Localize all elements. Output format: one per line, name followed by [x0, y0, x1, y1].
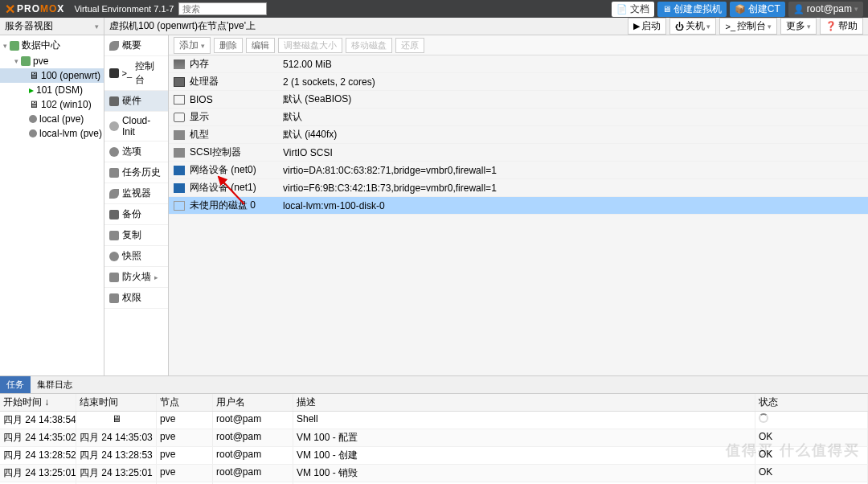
resize-disk-button[interactable]: 调整磁盘大小: [278, 38, 342, 53]
logo-x-icon: ✕: [5, 2, 15, 17]
log-row[interactable]: 四月 24 13:28:52四月 24 13:28:53pveroot@pamV…: [0, 447, 868, 465]
user-menu[interactable]: 👤 root@pam ▾: [788, 2, 863, 17]
eye-icon: [109, 189, 119, 199]
vm-stopped-icon: 🖥: [29, 70, 39, 81]
chip-icon: [109, 96, 119, 106]
hw-key: 显示: [190, 110, 283, 124]
start-button[interactable]: ▶ 启动: [628, 18, 666, 35]
hw-key: SCSI控制器: [190, 146, 283, 159]
log-row[interactable]: 四月 24 14:35:02四月 24 14:35:03pveroot@pamV…: [0, 429, 868, 447]
hw-key: 机型: [190, 128, 283, 142]
edit-button[interactable]: 编辑: [246, 38, 275, 53]
tree-node-pve[interactable]: ▾pve: [0, 54, 104, 68]
hw-icon: [174, 183, 185, 193]
col-end[interactable]: 结束时间: [76, 394, 157, 411]
add-button[interactable]: 添加 ▾: [174, 37, 211, 54]
version-text: Virtual Environment 7.1-7: [74, 4, 174, 14]
hw-value: 512.00 MiB: [283, 59, 863, 70]
side-permissions[interactable]: 权限: [104, 288, 168, 309]
move-disk-button[interactable]: 移动磁盘: [346, 38, 392, 53]
hardware-table: 内存512.00 MiB处理器2 (1 sockets, 2 cores)BIO…: [169, 55, 868, 375]
hardware-row[interactable]: 内存512.00 MiB: [169, 55, 868, 73]
tree-storage-local-lvm[interactable]: local-lvm (pve): [0, 126, 104, 141]
list-icon: [109, 168, 119, 178]
create-ct-button[interactable]: 📦 创建CT: [730, 2, 785, 17]
hw-value: virtio=DA:81:0C:63:82:71,bridge=vmbr0,fi…: [283, 165, 863, 176]
side-console[interactable]: >_ 控制台: [104, 56, 168, 91]
tree-vm-101[interactable]: ▸101 (DSM): [0, 83, 104, 97]
hw-icon: [174, 130, 185, 140]
hardware-row[interactable]: SCSI控制器VirtIO SCSI: [169, 144, 868, 162]
side-tasks[interactable]: 任务历史: [104, 162, 168, 183]
tab-cluster-log[interactable]: 集群日志: [31, 376, 79, 393]
side-hardware[interactable]: 硬件: [104, 91, 168, 112]
log-row[interactable]: 四月 24 14:38:54🖥pveroot@pamShell: [0, 412, 868, 429]
col-status[interactable]: 状态: [755, 394, 868, 411]
hw-icon: [174, 113, 185, 122]
hw-icon: [174, 148, 185, 158]
hardware-row[interactable]: 未使用的磁盘 0local-lvm:vm-100-disk-0: [169, 197, 868, 215]
hardware-row[interactable]: 处理器2 (1 sockets, 2 cores): [169, 73, 868, 91]
breadcrumb: 虚拟机100 (openwrt)在节点'pve'上: [109, 19, 256, 33]
hardware-row[interactable]: BIOS默认 (SeaBIOS): [169, 91, 868, 109]
side-replication[interactable]: 复制: [104, 225, 168, 246]
help-button[interactable]: ❓ 帮助: [820, 18, 863, 35]
col-user[interactable]: 用户名: [213, 394, 293, 411]
hardware-row[interactable]: 网络设备 (net1)virtio=F6:9B:C3:42:1B:73,brid…: [169, 179, 868, 197]
view-selector[interactable]: 服务器视图▾: [0, 18, 104, 35]
side-cloudinit[interactable]: Cloud-Init: [104, 112, 168, 142]
hw-value: local-lvm:vm-100-disk-0: [283, 200, 863, 211]
hw-icon: [174, 77, 185, 87]
server-icon: [21, 56, 31, 66]
hw-key: BIOS: [190, 94, 283, 105]
tree-vm-102[interactable]: 🖥102 (win10): [0, 97, 104, 112]
disk-icon: [109, 210, 119, 219]
console-button[interactable]: >_ 控制台 ▾: [719, 18, 777, 35]
hw-value: virtio=F6:9B:C3:42:1B:73,bridge=vmbr0,fi…: [283, 183, 863, 194]
col-start[interactable]: 开始时间 ↓: [0, 394, 76, 411]
create-vm-button[interactable]: 🖥 创建虚拟机: [657, 2, 727, 17]
col-node[interactable]: 节点: [157, 394, 213, 411]
shutdown-button[interactable]: ⏻ 关机 ▾: [669, 18, 716, 35]
terminal-icon: [109, 68, 119, 78]
tree-datacenter[interactable]: ▾数据中心: [0, 37, 104, 54]
vm-running-icon: ▸: [29, 84, 34, 96]
remove-button[interactable]: 删除: [214, 38, 243, 53]
side-options[interactable]: 选项: [104, 142, 168, 162]
more-button[interactable]: 更多 ▾: [780, 18, 817, 35]
storage-icon: [29, 129, 37, 137]
log-row[interactable]: 四月 24 13:25:01四月 24 13:25:01pveroot@pamV…: [0, 465, 868, 482]
storage-icon: [29, 115, 37, 123]
hw-value: VirtIO SCSI: [283, 147, 863, 158]
hw-value: 默认 (SeaBIOS): [283, 92, 863, 106]
hw-icon: [174, 201, 185, 211]
hardware-row[interactable]: 机型默认 (i440fx): [169, 126, 868, 144]
search-box[interactable]: [178, 2, 267, 15]
side-firewall[interactable]: 防火墙 ▸: [104, 267, 168, 288]
tree-vm-100[interactable]: 🖥100 (openwrt): [0, 68, 104, 83]
gear-icon: [109, 147, 119, 157]
summary-icon: [109, 41, 119, 51]
hw-icon: [174, 95, 185, 105]
col-desc[interactable]: 描述: [293, 394, 755, 411]
vm-icon: 🖥: [29, 99, 39, 110]
logo: ✕ PROMOX: [0, 2, 69, 17]
hw-icon: [174, 59, 185, 69]
side-snapshots[interactable]: 快照: [104, 246, 168, 267]
cloud-icon: [109, 121, 119, 131]
search-input[interactable]: [178, 2, 267, 15]
hardware-row[interactable]: 显示默认: [169, 109, 868, 126]
tree-storage-local[interactable]: local (pve): [0, 112, 104, 126]
docs-button[interactable]: 📄 文档: [612, 2, 654, 17]
revert-button[interactable]: 还原: [395, 38, 424, 53]
datacenter-icon: [10, 41, 19, 51]
side-monitor[interactable]: 监视器: [104, 183, 168, 204]
hardware-row[interactable]: 网络设备 (net0)virtio=DA:81:0C:63:82:71,brid…: [169, 162, 868, 179]
log-body: 四月 24 14:38:54🖥pveroot@pamShell四月 24 14:…: [0, 412, 868, 484]
log-header: 开始时间 ↓ 结束时间 节点 用户名 描述 状态: [0, 394, 868, 412]
lock-icon: [109, 293, 119, 303]
spinner-icon: [759, 413, 768, 423]
tab-tasks[interactable]: 任务: [0, 376, 31, 393]
side-summary[interactable]: 概要: [104, 35, 168, 56]
side-backup[interactable]: 备份: [104, 204, 168, 225]
